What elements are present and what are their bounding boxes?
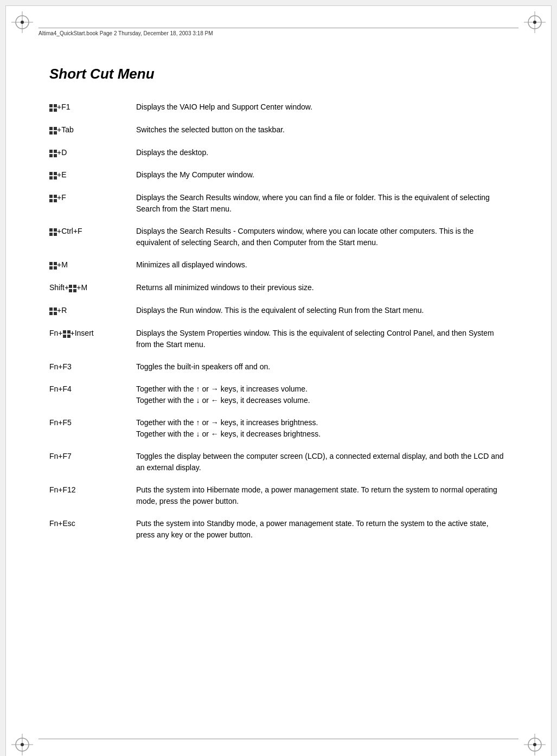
shortcut-key: +E <box>49 166 136 184</box>
svg-rect-32 <box>49 195 53 198</box>
shortcut-description: Toggles the built-in speakers off and on… <box>136 358 508 375</box>
svg-rect-54 <box>63 335 66 338</box>
shortcut-key: Fn+F3 <box>49 358 136 375</box>
key-text: Fn+F12 <box>49 485 76 494</box>
spacer-row <box>49 476 508 482</box>
spacer-row <box>49 443 508 448</box>
shortcut-description: Displays the desktop. <box>136 144 508 162</box>
shortcut-key: +M <box>49 257 136 274</box>
spacer-row <box>49 319 508 325</box>
svg-rect-40 <box>49 262 53 265</box>
table-row: Fn+ +InsertDisplays the System Propertie… <box>49 325 508 353</box>
spacer-row <box>49 217 508 223</box>
table-row: Fn+EscPuts the system into Standby mode,… <box>49 515 508 543</box>
shortcut-description: Puts the system into Hibernate mode, a p… <box>136 482 508 510</box>
svg-point-7 <box>533 21 536 24</box>
table-row: +EDisplays the My Computer window. <box>49 166 508 184</box>
spacer-row <box>49 251 508 257</box>
table-row: Fn+F4Together with the ↑ or → keys, it i… <box>49 381 508 409</box>
svg-rect-22 <box>49 131 53 134</box>
svg-point-3 <box>21 21 24 24</box>
shortcut-description: Minimizes all displayed windows. <box>136 257 508 274</box>
spacer-row <box>49 184 508 189</box>
table-row: Fn+F12Puts the system into Hibernate mod… <box>49 482 508 510</box>
svg-rect-48 <box>49 307 53 311</box>
table-row: +F1Displays the VAIO Help and Support Ce… <box>49 99 508 116</box>
svg-rect-30 <box>49 176 53 180</box>
shortcut-key: +Tab <box>49 121 136 139</box>
arrow-up-icon: ↑ <box>196 418 200 427</box>
spacer-row <box>49 274 508 279</box>
windows-logo-icon <box>49 170 57 181</box>
svg-rect-20 <box>49 127 53 130</box>
shortcut-key: +Ctrl+F <box>49 223 136 251</box>
table-row: +MMinimizes all displayed windows. <box>49 257 508 274</box>
table-row: Fn+F3Toggles the built-in speakers off a… <box>49 358 508 375</box>
arrow-right-icon: → <box>211 385 219 393</box>
svg-rect-50 <box>49 312 53 315</box>
svg-rect-44 <box>69 285 72 288</box>
key-text: +F1 <box>57 102 71 111</box>
key-text: +F <box>57 193 66 202</box>
key-text: Fn+F4 <box>49 385 72 393</box>
key-text: +M <box>57 260 68 269</box>
key-text: +D <box>57 148 67 157</box>
svg-rect-42 <box>49 266 53 270</box>
shortcut-key: Shift+ +M <box>49 279 136 297</box>
svg-rect-52 <box>63 330 66 334</box>
shortcut-description: Toggles the display between the computer… <box>136 448 508 476</box>
spacer-row <box>49 510 508 515</box>
svg-rect-46 <box>69 289 72 292</box>
key-text: Fn+F7 <box>49 452 72 460</box>
svg-point-15 <box>533 743 536 746</box>
svg-rect-36 <box>49 228 53 232</box>
svg-rect-38 <box>49 233 53 236</box>
svg-rect-28 <box>49 172 53 175</box>
key-text: +Ctrl+F <box>57 227 82 235</box>
corner-decoration-tl <box>11 11 33 33</box>
windows-logo-icon <box>69 283 76 294</box>
spacer-row <box>49 353 508 358</box>
arrow-down-icon: ↓ <box>196 430 200 438</box>
spacer-row <box>49 409 508 414</box>
windows-logo-icon <box>49 147 57 158</box>
spacer-row <box>49 297 508 302</box>
shortcut-description: Together with the ↑ or → keys, it increa… <box>136 381 508 409</box>
table-row: +FDisplays the Search Results window, wh… <box>49 189 508 217</box>
shortcut-key: Fn+F4 <box>49 381 136 409</box>
shortcut-description: Displays the Run window. This is the equ… <box>136 302 508 319</box>
header-bar: Altima4_QuickStart.book Page 2 Thursday,… <box>39 28 518 36</box>
spacer-row <box>49 161 508 166</box>
arrow-right-icon: → <box>211 418 219 427</box>
key-text: Fn+F5 <box>49 418 72 427</box>
table-row: +Ctrl+FDisplays the Search Results - Com… <box>49 223 508 251</box>
svg-rect-24 <box>49 150 53 153</box>
shortcut-key: +F <box>49 189 136 217</box>
key-text: +Insert <box>71 329 94 337</box>
corner-decoration-tr <box>524 11 546 33</box>
arrow-up-icon: ↑ <box>196 385 200 393</box>
svg-point-11 <box>21 743 24 746</box>
spacer-row <box>49 139 508 144</box>
table-row: +RDisplays the Run window. This is the e… <box>49 302 508 319</box>
key-text: +E <box>57 170 67 179</box>
table-row: +DDisplays the desktop. <box>49 144 508 162</box>
table-row: Fn+F7Toggles the display between the com… <box>49 448 508 476</box>
shortcut-description: Switches the selected button on the task… <box>136 121 508 139</box>
arrow-left-icon: ← <box>211 396 219 405</box>
shortcut-key: +D <box>49 144 136 162</box>
table-row: Shift+ +MReturns all minimized windows t… <box>49 279 508 297</box>
svg-rect-18 <box>49 108 53 112</box>
shortcut-key: Fn+F7 <box>49 448 136 476</box>
svg-rect-16 <box>49 104 53 107</box>
spacer-row <box>49 543 508 549</box>
shortcut-table: +F1Displays the VAIO Help and Support Ce… <box>49 99 508 549</box>
shortcut-key: Fn+F12 <box>49 482 136 510</box>
shortcut-description: Puts the system into Standby mode, a pow… <box>136 515 508 543</box>
key-text: Fn+ <box>49 329 63 337</box>
corner-decoration-bl <box>11 734 33 755</box>
svg-rect-26 <box>49 154 53 157</box>
shortcut-description: Displays the Search Results - Computers … <box>136 223 508 251</box>
key-text: +Tab <box>57 125 74 134</box>
key-text: Shift+ <box>49 283 69 292</box>
